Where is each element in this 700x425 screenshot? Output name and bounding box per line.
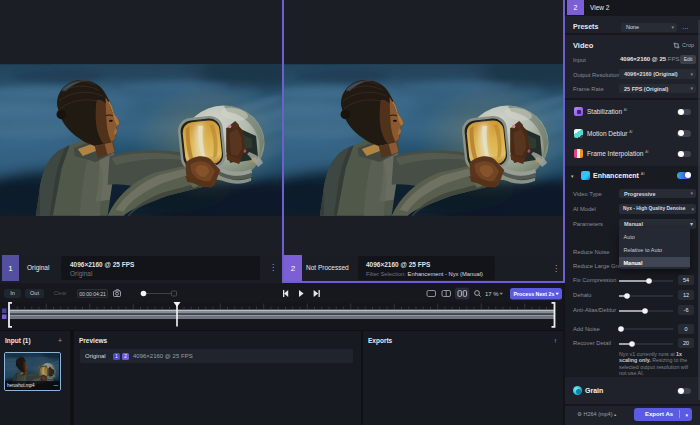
svg-text:Process Next 2s: Process Next 2s [514,291,555,297]
svg-text:17 %: 17 % [485,291,499,297]
